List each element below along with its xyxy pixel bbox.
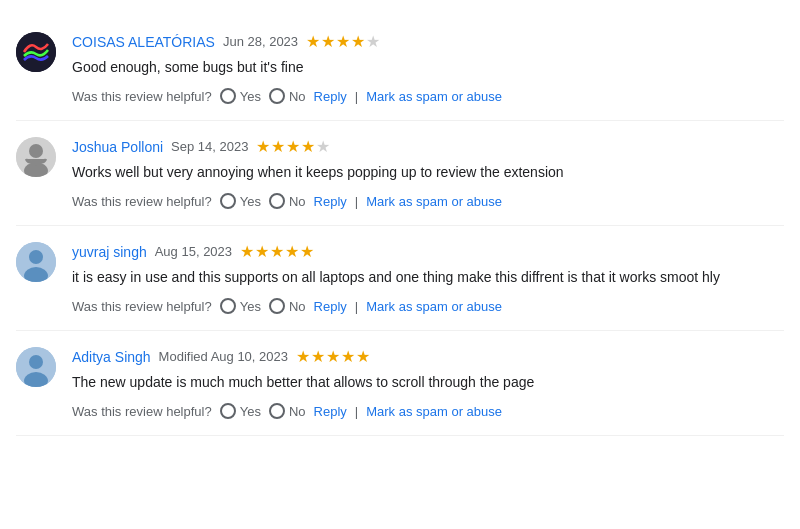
no-radio[interactable] <box>269 193 285 209</box>
star-filled: ★ <box>326 347 340 366</box>
star-filled: ★ <box>356 347 370 366</box>
review-item: Joshua Polloni Sep 14, 2023 ★★★★★ Works … <box>16 121 784 226</box>
no-label: No <box>289 299 306 314</box>
helpful-row: Was this review helpful? Yes No Reply | … <box>72 193 784 209</box>
star-rating: ★★★★★ <box>296 347 370 366</box>
yes-radio-group[interactable]: Yes <box>220 193 261 209</box>
star-rating: ★★★★★ <box>240 242 314 261</box>
yes-label: Yes <box>240 299 261 314</box>
review-text: The new update is much much better that … <box>72 372 784 393</box>
star-filled: ★ <box>270 242 284 261</box>
reply-link[interactable]: Reply <box>314 194 347 209</box>
star-filled: ★ <box>306 32 320 51</box>
star-empty: ★ <box>366 32 380 51</box>
review-date: Aug 15, 2023 <box>155 244 232 259</box>
review-body: COISAS ALEATÓRIAS Jun 28, 2023 ★★★★★ Goo… <box>72 32 784 104</box>
review-text: it is easy in use and this supports on a… <box>72 267 784 288</box>
avatar <box>16 32 56 72</box>
no-radio[interactable] <box>269 88 285 104</box>
helpful-label: Was this review helpful? <box>72 404 212 419</box>
yes-radio-group[interactable]: Yes <box>220 88 261 104</box>
helpful-label: Was this review helpful? <box>72 194 212 209</box>
review-text: Good enough, some bugs but it's fine <box>72 57 784 78</box>
spam-link[interactable]: Mark as spam or abuse <box>366 299 502 314</box>
reply-link[interactable]: Reply <box>314 299 347 314</box>
separator: | <box>355 299 358 314</box>
avatar <box>16 242 56 282</box>
star-filled: ★ <box>255 242 269 261</box>
star-rating: ★★★★★ <box>256 137 330 156</box>
separator: | <box>355 194 358 209</box>
star-filled: ★ <box>286 137 300 156</box>
svg-point-5 <box>29 250 43 264</box>
reply-link[interactable]: Reply <box>314 404 347 419</box>
star-filled: ★ <box>256 137 270 156</box>
no-radio[interactable] <box>269 298 285 314</box>
helpful-row: Was this review helpful? Yes No Reply | … <box>72 298 784 314</box>
star-filled: ★ <box>300 242 314 261</box>
review-item: Aditya Singh Modified Aug 10, 2023 ★★★★★… <box>16 331 784 436</box>
star-empty: ★ <box>316 137 330 156</box>
yes-radio[interactable] <box>220 298 236 314</box>
star-filled: ★ <box>240 242 254 261</box>
spam-link[interactable]: Mark as spam or abuse <box>366 89 502 104</box>
review-body: Aditya Singh Modified Aug 10, 2023 ★★★★★… <box>72 347 784 419</box>
review-body: yuvraj singh Aug 15, 2023 ★★★★★ it is ea… <box>72 242 784 314</box>
review-text: Works well but very annoying when it kee… <box>72 162 784 183</box>
no-label: No <box>289 89 306 104</box>
yes-label: Yes <box>240 89 261 104</box>
spam-link[interactable]: Mark as spam or abuse <box>366 404 502 419</box>
reviewer-name[interactable]: Aditya Singh <box>72 349 151 365</box>
avatar <box>16 347 56 387</box>
star-rating: ★★★★★ <box>306 32 380 51</box>
review-item: COISAS ALEATÓRIAS Jun 28, 2023 ★★★★★ Goo… <box>16 16 784 121</box>
separator: | <box>355 89 358 104</box>
review-header: Joshua Polloni Sep 14, 2023 ★★★★★ <box>72 137 784 156</box>
review-header: yuvraj singh Aug 15, 2023 ★★★★★ <box>72 242 784 261</box>
review-header: Aditya Singh Modified Aug 10, 2023 ★★★★★ <box>72 347 784 366</box>
yes-radio-group[interactable]: Yes <box>220 298 261 314</box>
star-filled: ★ <box>296 347 310 366</box>
spam-link[interactable]: Mark as spam or abuse <box>366 194 502 209</box>
reply-link[interactable]: Reply <box>314 89 347 104</box>
star-filled: ★ <box>271 137 285 156</box>
review-date: Modified Aug 10, 2023 <box>159 349 288 364</box>
helpful-label: Was this review helpful? <box>72 299 212 314</box>
helpful-label: Was this review helpful? <box>72 89 212 104</box>
star-filled: ★ <box>351 32 365 51</box>
no-label: No <box>289 404 306 419</box>
yes-radio[interactable] <box>220 193 236 209</box>
svg-point-2 <box>29 144 43 158</box>
helpful-row: Was this review helpful? Yes No Reply | … <box>72 403 784 419</box>
yes-radio-group[interactable]: Yes <box>220 403 261 419</box>
star-filled: ★ <box>341 347 355 366</box>
review-date: Jun 28, 2023 <box>223 34 298 49</box>
yes-label: Yes <box>240 194 261 209</box>
review-item: yuvraj singh Aug 15, 2023 ★★★★★ it is ea… <box>16 226 784 331</box>
yes-radio[interactable] <box>220 403 236 419</box>
star-filled: ★ <box>285 242 299 261</box>
no-radio-group[interactable]: No <box>269 298 306 314</box>
reviewer-name[interactable]: COISAS ALEATÓRIAS <box>72 34 215 50</box>
review-body: Joshua Polloni Sep 14, 2023 ★★★★★ Works … <box>72 137 784 209</box>
no-radio-group[interactable]: No <box>269 403 306 419</box>
star-filled: ★ <box>321 32 335 51</box>
review-header: COISAS ALEATÓRIAS Jun 28, 2023 ★★★★★ <box>72 32 784 51</box>
star-filled: ★ <box>311 347 325 366</box>
reviewer-name[interactable]: Joshua Polloni <box>72 139 163 155</box>
svg-rect-0 <box>16 32 56 72</box>
no-radio-group[interactable]: No <box>269 88 306 104</box>
yes-label: Yes <box>240 404 261 419</box>
avatar <box>16 137 56 177</box>
no-radio-group[interactable]: No <box>269 193 306 209</box>
no-radio[interactable] <box>269 403 285 419</box>
helpful-row: Was this review helpful? Yes No Reply | … <box>72 88 784 104</box>
svg-point-8 <box>29 355 43 369</box>
no-label: No <box>289 194 306 209</box>
yes-radio[interactable] <box>220 88 236 104</box>
star-filled: ★ <box>336 32 350 51</box>
review-date: Sep 14, 2023 <box>171 139 248 154</box>
separator: | <box>355 404 358 419</box>
star-filled: ★ <box>301 137 315 156</box>
reviewer-name[interactable]: yuvraj singh <box>72 244 147 260</box>
